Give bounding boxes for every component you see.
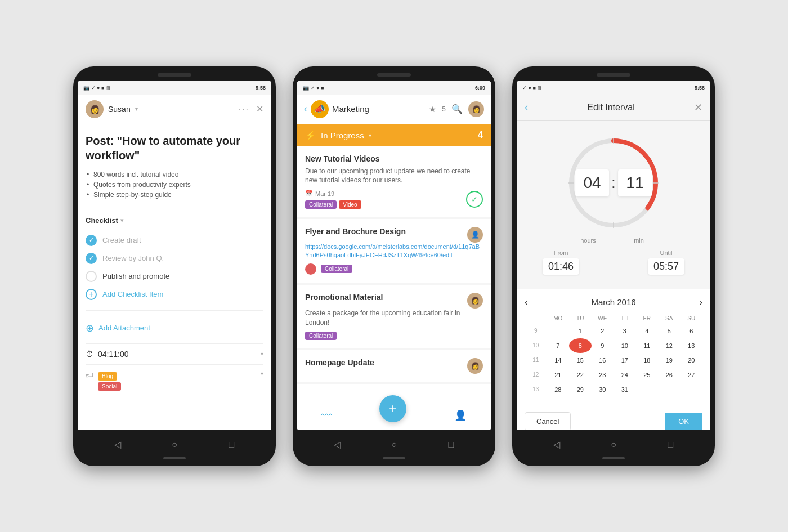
search-icon[interactable]: 🔍	[451, 104, 463, 114]
cal-day[interactable]: 28	[547, 382, 570, 397]
channel-name: Marketing	[332, 104, 369, 114]
status-time-3: 5:58	[695, 85, 705, 91]
cal-day[interactable]: 22	[569, 368, 592, 382]
cal-day[interactable]: 31	[614, 382, 636, 397]
home-button-3[interactable]: ○	[607, 438, 620, 451]
cal-day[interactable]: 29	[569, 382, 592, 397]
cal-day[interactable]: 24	[614, 368, 636, 382]
cal-day[interactable]: 6	[680, 324, 703, 338]
back-icon-3[interactable]: ‹	[525, 101, 528, 113]
cal-day[interactable]: 17	[614, 353, 636, 368]
timer-row[interactable]: ⏱ 04:11:00 ▾	[86, 343, 263, 365]
cancel-button[interactable]: Cancel	[525, 412, 571, 430]
day-header-mo: MO	[547, 313, 570, 324]
home-button-1[interactable]: ○	[168, 438, 181, 451]
done-check-1: ✓	[466, 191, 483, 208]
checklist-item-1[interactable]: ✓ Create draft	[86, 231, 263, 249]
cal-day	[658, 382, 680, 397]
cal-day[interactable]: 30	[592, 382, 614, 397]
hours-box[interactable]: 04	[575, 169, 609, 196]
day-header-we: WE	[592, 313, 614, 324]
back-button-3[interactable]: ◁	[550, 438, 563, 451]
status-bar-3: ✓ ● ■ 🗑 5:58	[517, 81, 710, 95]
ok-button[interactable]: OK	[665, 413, 702, 430]
back-icon-2[interactable]: ‹	[304, 103, 307, 115]
prev-month-btn[interactable]: ‹	[525, 297, 527, 307]
add-checklist-label: Add Checklist Item	[102, 290, 163, 298]
bullet-item: 800 words incl. tutorial video	[86, 169, 263, 180]
close-icon[interactable]: ✕	[256, 104, 263, 114]
card-2[interactable]: Flyer and Brochure Design 👤 https://docs…	[297, 219, 491, 285]
cal-day[interactable]: 19	[658, 353, 680, 368]
status-banner[interactable]: ⚡ In Progress ▾ 4	[297, 124, 491, 146]
cal-day[interactable]: 1	[569, 324, 592, 338]
avatar-1: 👩	[86, 100, 104, 118]
star-icon[interactable]: ★	[429, 105, 436, 114]
cal-day[interactable]: 4	[636, 324, 659, 338]
star-count: 5	[442, 105, 446, 113]
cal-day[interactable]: 18	[636, 353, 659, 368]
add-attachment-btn[interactable]: ⊕ Add Attachment	[86, 318, 263, 339]
cal-day[interactable]: 3	[614, 324, 636, 338]
cal-day[interactable]: 13	[680, 338, 703, 353]
checklist-item-3[interactable]: Publish and promote	[86, 267, 263, 285]
back-button-2[interactable]: ◁	[330, 438, 344, 451]
from-value[interactable]: 01:46	[543, 258, 579, 275]
fab-add-button[interactable]: +	[379, 395, 406, 422]
card-1-title: New Tutorial Videos	[305, 154, 483, 163]
cal-day[interactable]: 26	[658, 368, 680, 382]
card-2-link[interactable]: https://docs.google.com/a/meisterlabs.co…	[305, 243, 483, 260]
cal-day[interactable]: 5	[658, 324, 680, 338]
cal-week-num: 13	[525, 382, 547, 397]
recent-button-2[interactable]: □	[444, 438, 458, 451]
checklist-item-2[interactable]: ✓ Review by John Q.	[86, 249, 263, 267]
card-1[interactable]: New Tutorial Videos Due to our upcoming …	[297, 146, 491, 220]
cal-day[interactable]: 11	[636, 338, 659, 353]
cal-day[interactable]: 21	[547, 368, 570, 382]
edit-interval-title: Edit Interval	[587, 102, 634, 113]
cal-day[interactable]: 16	[592, 353, 614, 368]
cal-month-title: March 2016	[591, 297, 635, 307]
people-nav-icon[interactable]: 👤	[454, 409, 467, 422]
cal-day[interactable]: 7	[547, 338, 570, 353]
user-avatar-2: 👩	[468, 101, 484, 117]
tag-blog[interactable]: Blog	[98, 372, 117, 381]
cal-day[interactable]: 23	[592, 368, 614, 382]
cal-day[interactable]: 20	[680, 353, 703, 368]
back-button-1[interactable]: ◁	[111, 438, 124, 451]
day-header-th: TH	[614, 313, 636, 324]
recent-button-1[interactable]: □	[225, 438, 238, 451]
cal-day[interactable]: 9	[592, 338, 614, 353]
close-icon-3[interactable]: ✕	[694, 101, 702, 114]
cal-week-num: 9	[525, 324, 547, 338]
day-header-tu: TU	[569, 313, 592, 324]
card-4[interactable]: Homepage Update 👩	[297, 350, 491, 384]
p1-user[interactable]: 👩 Susan ▾	[86, 100, 138, 118]
cal-day[interactable]: 12	[658, 338, 680, 353]
from-until-row: From 01:46 Until 05:57	[526, 244, 701, 280]
hours-label: hours	[571, 237, 605, 244]
cal-day[interactable]: 2	[592, 324, 614, 338]
card-3[interactable]: Promotional Material 👩 Create a package …	[297, 285, 491, 351]
recent-button-3[interactable]: □	[664, 438, 677, 451]
cal-day[interactable]: 14	[547, 353, 570, 368]
cal-day[interactable]: 27	[680, 368, 703, 382]
cal-day[interactable]: 15	[569, 353, 592, 368]
status-icons-left-3: ✓ ● ■ 🗑	[522, 85, 542, 91]
until-value[interactable]: 05:57	[648, 258, 684, 275]
clock-dial[interactable]: 04 : 11	[563, 132, 664, 234]
tag-social[interactable]: Social	[98, 382, 121, 391]
calendar: ‹ March 2016 › MO TU WE TH FR	[517, 289, 710, 405]
add-checklist-item-btn[interactable]: + Add Checklist Item	[86, 285, 263, 303]
minutes-box[interactable]: 11	[618, 169, 652, 196]
cal-day[interactable]: 25	[636, 368, 659, 382]
chevron-down-icon-tags: ▾	[261, 370, 263, 377]
phone-speaker-2	[377, 73, 411, 77]
more-options-icon[interactable]: ···	[239, 104, 249, 114]
cal-day[interactable]: 8	[569, 338, 592, 353]
next-month-btn[interactable]: ›	[700, 297, 702, 307]
cal-day[interactable]: 10	[614, 338, 636, 353]
home-button-2[interactable]: ○	[387, 438, 401, 451]
activity-nav-icon[interactable]: 〰	[321, 410, 332, 422]
activity-icon: ⚡	[305, 130, 316, 141]
